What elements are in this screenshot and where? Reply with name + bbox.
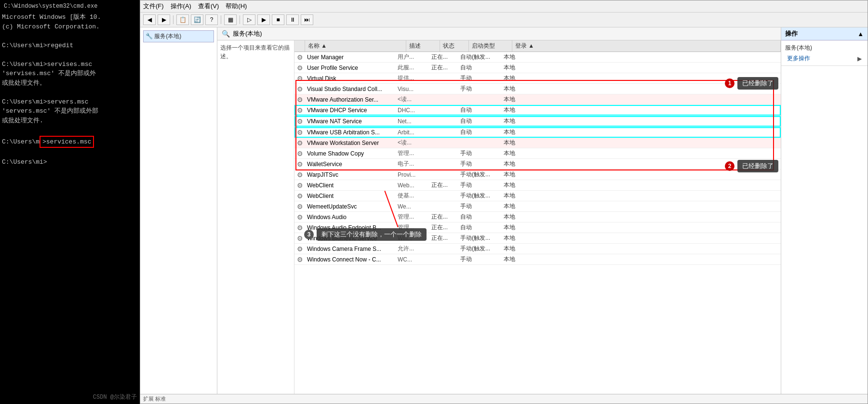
- svc-status: [429, 259, 458, 261]
- svc-startup: 手动(触发...: [458, 233, 502, 243]
- service-row-vmware-usb[interactable]: ⚙ VMware USB Arbitration S... Arbit... 自…: [294, 127, 781, 138]
- toolbar-play2[interactable]: ▶: [257, 14, 270, 25]
- right-panel: 操作 ▲ 服务(本地) 更多操作 ▶: [781, 27, 868, 394]
- menu-help[interactable]: 帮助(H): [226, 2, 247, 11]
- toolbar-forward[interactable]: ▶: [158, 14, 170, 25]
- toolbar-pause[interactable]: ⏸: [286, 14, 299, 25]
- service-row-user-manager[interactable]: ⚙ User Manager 用户... 正在... 自动(触发... 本地: [294, 52, 781, 63]
- svc-startup: 手动: [458, 159, 502, 169]
- svc-login: 本地: [502, 244, 781, 254]
- svc-login: 本地: [502, 138, 781, 148]
- cmd-blank-3: [2, 88, 138, 97]
- svc-name: Windows Biometric Service: [305, 234, 396, 243]
- svc-login: 本地: [502, 127, 781, 137]
- left-panel: 🔧 服务(本地): [140, 27, 217, 394]
- svc-status: 正在...: [429, 180, 458, 190]
- toolbar-stop[interactable]: ■: [272, 14, 284, 25]
- svc-status: [429, 109, 458, 111]
- service-row-windows-audio[interactable]: ⚙ Windows Audio 管理... 正在... 自动 本地: [294, 212, 781, 222]
- toolbar-help[interactable]: ?: [205, 14, 218, 25]
- svc-login: 本地: [502, 169, 781, 180]
- menu-view[interactable]: 查看(V): [198, 2, 219, 11]
- actions-panel-title: 操作 ▲: [781, 27, 868, 40]
- svc-desc: <读...: [396, 94, 429, 104]
- service-row-warp[interactable]: ⚙ WarpJITSvc Provi... 手动(触发... 本地: [294, 169, 781, 180]
- toolbar-back[interactable]: ◀: [143, 14, 156, 25]
- service-row-user-profile[interactable]: ⚙ User Profile Service 此服... 正在... 自动 本地: [294, 63, 781, 73]
- svc-desc: 管理...: [396, 148, 429, 158]
- svc-startup: 自动: [458, 222, 502, 233]
- service-row-vmware-workstation[interactable]: ⚙ VMware Workstation Server <读... 本地: [294, 138, 781, 148]
- toolbar-restart[interactable]: ⏭: [301, 14, 313, 25]
- toolbar-up[interactable]: 📋: [176, 14, 189, 25]
- service-row-webclient2[interactable]: ⚙ WebClient 使基... 手动(触发... 本地: [294, 191, 781, 201]
- services-list-container: 名称 ▲ 描述 状态 启动类型 登录 ▲ ⚙ User Manager 用户..…: [294, 40, 781, 394]
- menu-file[interactable]: 文件(F): [143, 2, 164, 11]
- svc-desc: Visu...: [396, 85, 429, 93]
- svc-startup: 手动(触发...: [458, 244, 502, 254]
- mmc-toolbar: ◀ ▶ 📋 🔄 ? ▦ ▷ ▶ ■ ⏸ ⏭: [140, 13, 868, 27]
- col-header-desc[interactable]: 描述: [406, 40, 440, 52]
- col-header-status[interactable]: 状态: [440, 40, 469, 52]
- service-row-visual-studio[interactable]: ⚙ Visual Studio Standard Coll... Visu...…: [294, 84, 781, 94]
- svc-name: VMware Authorization Ser...: [305, 95, 396, 104]
- services-main: 🔍 服务(本地) 选择一个项目来查看它的描述。 名称 ▲ 描述: [217, 27, 781, 394]
- svc-icon: ⚙: [294, 235, 305, 242]
- mmc-menubar: 文件(F) 操作(A) 查看(V) 帮助(H): [140, 0, 868, 13]
- more-actions-label: 更多操作: [787, 54, 810, 63]
- cmd-titlebar: C:\Windows\system32\cmd.exe: [2, 2, 138, 11]
- svc-status: [429, 174, 458, 176]
- svc-desc: Net...: [396, 117, 429, 126]
- service-row-windows-connect[interactable]: ⚙ Windows Connect Now - C... WC... 手动 本地: [294, 254, 781, 265]
- service-row-virtual-disk[interactable]: ⚙ Virtual Disk 提供... 手动 本地: [294, 73, 781, 84]
- cmd-line-2: (c) Microsoft Corporation.: [2, 22, 138, 32]
- svc-name: VMware DHCP Service: [305, 106, 396, 115]
- more-actions-item[interactable]: 更多操作 ▶: [785, 53, 864, 64]
- services-list-area[interactable]: 名称 ▲ 描述 状态 启动类型 登录 ▲ ⚙ User Manager 用户..…: [294, 40, 781, 265]
- svc-status: 正在...: [429, 52, 458, 62]
- toolbar-view[interactable]: ▦: [224, 14, 237, 25]
- svc-startup: 自动: [458, 116, 502, 126]
- svc-desc: 此服...: [396, 63, 429, 73]
- svc-desc: 允许...: [396, 244, 429, 254]
- col-header-icon: [294, 40, 305, 52]
- col-header-login[interactable]: 登录 ▲: [512, 40, 781, 52]
- service-row-windows-audio-endpoint[interactable]: ⚙ Windows Audio Endpoint B... 管理... 正在..…: [294, 222, 781, 233]
- cmd-line-3: C:\Users\mi>regedit: [2, 41, 138, 51]
- svc-desc: Web...: [396, 181, 429, 190]
- svc-startup: 手动: [458, 73, 502, 83]
- svc-status: [429, 120, 458, 122]
- svc-desc: <读...: [396, 138, 429, 148]
- cmd-highlighted-command: >services.msc: [40, 136, 94, 148]
- svc-status: [429, 163, 458, 165]
- svc-icon: ⚙: [294, 203, 305, 210]
- left-panel-title[interactable]: 🔧 服务(本地): [143, 30, 214, 42]
- service-row-windows-camera[interactable]: ⚙ Windows Camera Frame S... 允许... 手动(触发.…: [294, 244, 781, 254]
- service-row-vmware-dhcp[interactable]: ⚙ VMware DHCP Service DHC... 自动 本地: [294, 105, 781, 116]
- svc-startup: 自动: [458, 63, 502, 73]
- service-row-wemeet[interactable]: ⚙ WemeetUpdateSvc We... 手动 本地: [294, 201, 781, 212]
- service-row-vmware-auth[interactable]: ⚙ VMware Authorization Ser... <读... 本地: [294, 94, 781, 105]
- service-row-wallet[interactable]: ⚙ WalletService 电子... 手动 本地: [294, 159, 781, 169]
- svc-name: WebClient: [305, 192, 396, 200]
- svc-name: Volume Shadow Copy: [305, 149, 396, 158]
- description-prompt: 选择一个项目来查看它的描述。: [220, 44, 290, 60]
- service-row-vmware-nat[interactable]: ⚙ VMware NAT Service Net... 自动 本地: [294, 116, 781, 127]
- svc-startup: 自动: [458, 105, 502, 115]
- service-row-windows-biometric[interactable]: ⚙ Windows Biometric Service Win... 正在...…: [294, 233, 781, 244]
- svc-desc: DHC...: [396, 106, 429, 115]
- svc-desc: 提供...: [396, 73, 429, 83]
- svc-icon: ⚙: [294, 213, 305, 221]
- toolbar-sep-3: [240, 15, 240, 24]
- col-header-startup[interactable]: 启动类型: [469, 40, 512, 52]
- toolbar-refresh[interactable]: 🔄: [191, 14, 203, 25]
- svc-status: 正在...: [429, 233, 458, 243]
- service-row-webclient[interactable]: ⚙ WebClient Web... 正在... 手动 本地: [294, 180, 781, 191]
- service-row-volume-shadow[interactable]: ⚙ Volume Shadow Copy 管理... 手动 本地: [294, 148, 781, 159]
- toolbar-play[interactable]: ▷: [243, 14, 255, 25]
- svc-name: WebClient: [305, 181, 396, 190]
- col-header-name[interactable]: 名称 ▲: [305, 40, 406, 52]
- svc-name: VMware NAT Service: [305, 117, 396, 126]
- svc-login: 本地: [502, 63, 781, 73]
- menu-action[interactable]: 操作(A): [171, 2, 191, 11]
